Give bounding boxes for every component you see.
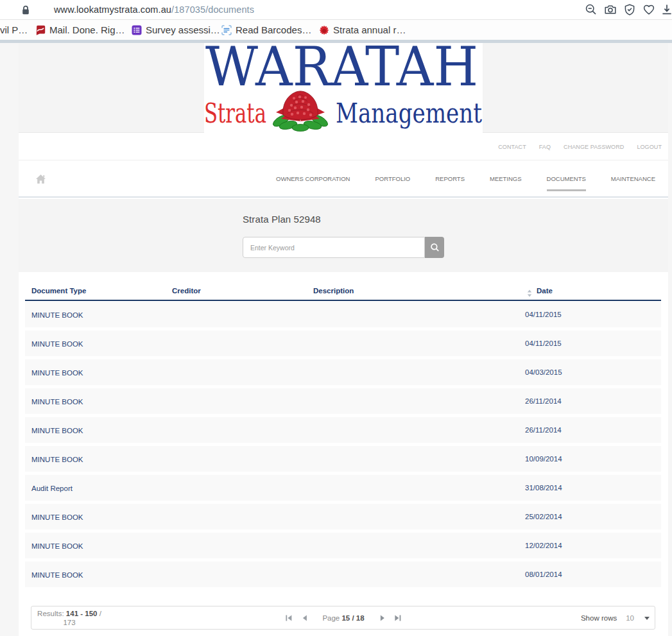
nav-owners-corporation[interactable]: OWNERS CORPORATION (276, 175, 350, 182)
last-page-button[interactable] (394, 615, 401, 621)
browser-url-bar: www.lookatmystrata.com.au/187035/documen… (0, 0, 672, 20)
logo-strata-text: Strata (204, 97, 266, 129)
table-row[interactable]: MINUTE BOOK 04/03/2015 (25, 359, 661, 385)
nav-maintenance[interactable]: MAINTENANCE (611, 175, 655, 182)
cell-document-type: MINUTE BOOK (31, 513, 83, 521)
table-row[interactable]: MINUTE BOOK 08/01/2014 (25, 562, 661, 587)
page-title: Strata Plan 52948 (243, 214, 321, 225)
results-range: 141 - 150 (66, 610, 98, 617)
home-icon[interactable] (35, 174, 46, 184)
logo-management-text: Management (336, 97, 482, 129)
nav-documents[interactable]: DOCUMENTS (547, 175, 586, 182)
logo-title-text: WARATAH (205, 43, 478, 98)
bookmark-item[interactable]: Strata annual r… (319, 20, 406, 40)
cell-document-type: Audit Report (31, 485, 73, 492)
survey-list-icon (132, 25, 142, 35)
cell-document-type: MINUTE BOOK (31, 456, 83, 463)
column-header-document-type[interactable]: Document Type (31, 287, 86, 295)
table-row[interactable]: MINUTE BOOK 25/02/2014 (25, 504, 661, 529)
next-page-button[interactable] (380, 615, 385, 621)
column-header-creditor[interactable]: Creditor (172, 287, 201, 295)
cell-date: 10/09/2014 (525, 446, 562, 472)
cell-document-type: MINUTE BOOK (31, 427, 83, 434)
cell-date: 04/03/2015 (525, 359, 562, 385)
shield-check-icon[interactable] (623, 3, 636, 16)
zoom-out-icon[interactable] (585, 3, 598, 16)
bookmarks-bar: vil P… Mail. Done. Rig… Survey assessi… (0, 20, 672, 40)
download-icon[interactable] (660, 3, 672, 16)
heart-icon[interactable] (642, 3, 655, 16)
nav-meetings[interactable]: MEETINGS (490, 175, 522, 182)
url-path: /187035/documents (171, 4, 254, 15)
bookmark-label: vil P… (0, 24, 28, 35)
document-list: MINUTE BOOK 04/11/2015 MINUTE BOOK 04/11… (25, 302, 661, 590)
site-container: WARATAH Strata Management (19, 43, 668, 636)
address-url[interactable]: www.lookatmystrata.com.au/187035/documen… (54, 0, 254, 19)
column-header-date[interactable]: Date (537, 287, 553, 295)
search-button[interactable] (425, 237, 444, 258)
bookmark-item[interactable]: Read Barcodes… (221, 20, 311, 40)
results-separator: / (99, 610, 101, 617)
table-row[interactable]: Audit Report 31/08/2014 (25, 475, 661, 501)
table-row[interactable]: MINUTE BOOK 04/11/2015 (25, 302, 661, 327)
show-rows-value: 10 (626, 614, 634, 622)
waratah-flower-icon (319, 25, 329, 35)
page-indicator: Page 15 / 18 (322, 614, 364, 622)
bookmark-label: Survey assessi… (146, 24, 220, 35)
sort-icon[interactable] (527, 288, 532, 300)
utility-nav-logout[interactable]: LOGOUT (637, 144, 662, 150)
table-header: Document Type Creditor Description Date (19, 287, 668, 297)
bookmark-item[interactable]: Mail. Done. Rig… (35, 20, 125, 40)
cell-document-type: MINUTE BOOK (31, 542, 83, 550)
cell-date: 26/11/2014 (525, 388, 562, 414)
pagination-bar: Results: 141 - 150 / 173 Page 15 / 18 (31, 606, 655, 630)
waratah-logo[interactable]: WARATAH Strata Management (204, 43, 483, 133)
nav-portfolio[interactable]: PORTFOLIO (375, 175, 410, 182)
cell-date: 26/11/2014 (525, 417, 562, 443)
table-row[interactable]: MINUTE BOOK 26/11/2014 (25, 417, 661, 443)
cell-date: 12/02/2014 (525, 533, 562, 558)
bookmark-item[interactable]: vil P… (0, 20, 28, 40)
nav-reports[interactable]: REPORTS (435, 175, 465, 182)
screenshot-camera-icon[interactable] (604, 3, 617, 16)
search-input[interactable] (243, 237, 425, 258)
utility-nav-change-password[interactable]: CHANGE PASSWORD (564, 144, 624, 150)
main-nav: OWNERS CORPORATION PORTFOLIO REPORTS MEE… (19, 161, 668, 198)
cell-date: 08/01/2014 (525, 562, 562, 587)
search-section: Strata Plan 52948 (19, 199, 668, 272)
cell-date: 04/11/2015 (525, 302, 562, 327)
zoho-mail-icon (35, 25, 46, 35)
bookmark-item[interactable]: Survey assessi… (132, 20, 220, 40)
show-rows-label: Show rows (581, 614, 617, 622)
page-value: 15 / 18 (341, 614, 364, 622)
column-header-description[interactable]: Description (313, 287, 354, 295)
cell-document-type: MINUTE BOOK (31, 311, 83, 319)
main-nav-items: OWNERS CORPORATION PORTFOLIO REPORTS MEE… (251, 175, 668, 182)
utility-nav: CONTACT FAQ CHANGE PASSWORD LOGOUT (19, 133, 668, 160)
table-row[interactable]: MINUTE BOOK 04/11/2015 (25, 331, 661, 356)
table-row[interactable]: MINUTE BOOK 10/09/2014 (25, 446, 661, 472)
bookmark-label: Strata annual r… (333, 24, 406, 35)
show-rows-control[interactable]: Show rows 10 (581, 606, 650, 629)
utility-nav-faq[interactable]: FAQ (539, 144, 551, 150)
lock-icon[interactable] (20, 4, 31, 19)
cell-document-type: MINUTE BOOK (31, 340, 83, 348)
previous-page-button[interactable] (302, 615, 307, 621)
url-host: www.lookatmystrata.com.au (54, 4, 171, 15)
utility-nav-contact[interactable]: CONTACT (498, 144, 526, 150)
cell-date: 31/08/2014 (525, 475, 562, 501)
table-row[interactable]: MINUTE BOOK 12/02/2014 (25, 533, 661, 558)
page-label: Page (322, 614, 340, 622)
bookmark-label: Read Barcodes… (236, 24, 311, 35)
results-total: 173 (63, 619, 75, 626)
first-page-button[interactable] (285, 615, 292, 621)
cell-date: 04/11/2015 (525, 331, 562, 356)
barcode-scan-icon (221, 25, 232, 35)
table-row[interactable]: MINUTE BOOK 26/11/2014 (25, 388, 661, 414)
cell-date: 25/02/2014 (525, 504, 562, 529)
site-header: WARATAH Strata Management (19, 43, 668, 133)
cell-document-type: MINUTE BOOK (31, 369, 83, 377)
cell-document-type: MINUTE BOOK (31, 571, 83, 579)
dropdown-caret-icon[interactable] (644, 617, 650, 620)
table-header-rule (25, 300, 661, 301)
